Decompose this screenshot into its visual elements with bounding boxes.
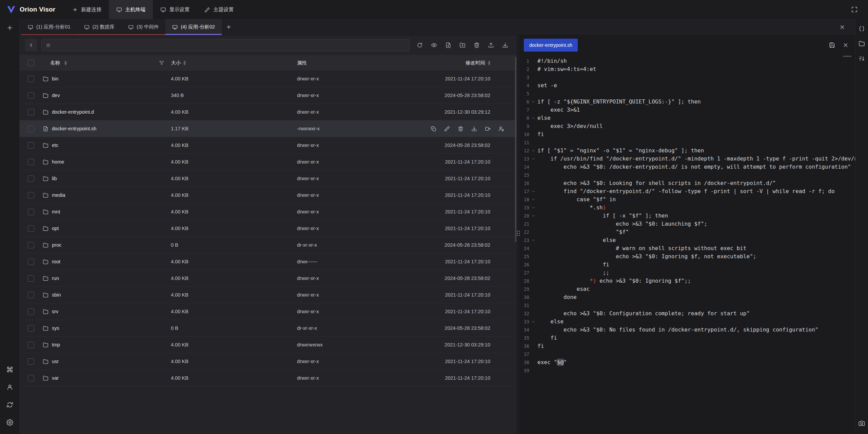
row-checkbox[interactable] [28,342,34,348]
sort-carets[interactable]: ▲▼ [64,60,67,65]
row-action-copy-button[interactable] [429,124,438,133]
file-row[interactable]: srv4.00 KBdrwxr-xr-x2021-11-24 17:20:10 [20,303,517,320]
file-row[interactable]: sbin4.00 KBdrwxr-xr-x2021-11-24 17:20:10 [20,287,517,303]
fold-chevron-icon[interactable] [531,320,535,324]
row-action-delete-button[interactable] [456,124,465,133]
row-checkbox[interactable] [28,308,34,315]
editor-scrollbar[interactable] [843,56,852,57]
file-row[interactable]: lib4.00 KBdrwxr-xr-x2021-11-24 17:20:10 [20,170,517,187]
save-button[interactable] [827,40,837,51]
file-row[interactable]: root4.00 KBdrwx------2021-11-24 17:20:10 [20,253,517,270]
file-row[interactable]: mnt4.00 KBdrwxr-xr-x2021-11-24 17:20:10 [20,204,517,220]
row-checkbox[interactable] [28,92,34,99]
row-checkbox[interactable] [28,242,34,248]
row-action-download-button[interactable] [470,124,478,133]
row-action-permission-button[interactable] [497,124,506,133]
user-button[interactable] [4,381,16,393]
sort-panel-button[interactable] [857,54,867,63]
snippets-button[interactable] [857,24,867,33]
fold-chevron-icon[interactable] [531,149,535,153]
command-palette-button[interactable] [4,363,16,376]
settings-button[interactable] [4,416,16,429]
file-row[interactable]: var4.00 KBdrwxr-xr-x2021-11-24 17:20:10 [20,370,517,386]
terminal-tab[interactable]: (4) 应用-分析02 [165,19,222,35]
sort-carets[interactable]: ▲▼ [183,60,186,65]
editor-file-tab[interactable]: docker-entrypoint.sh [524,39,578,52]
fold-chevron-icon[interactable] [531,116,535,120]
sort-carets[interactable]: ▲▼ [488,60,490,65]
new-terminal-button[interactable] [4,22,16,34]
file-row[interactable]: etc4.00 KBdrwxr-xr-x2024-05-28 23:58:02 [20,137,517,154]
column-header[interactable]: 大小▲▼ [170,60,296,66]
row-checkbox[interactable] [28,126,34,132]
file-row[interactable]: proc0 Bdr-xr-xr-x2024-05-28 23:58:02 [20,237,517,253]
download-button[interactable] [499,39,511,51]
menu-item[interactable]: 新建连接 [65,0,109,19]
row-checkbox[interactable] [28,209,34,215]
terminal-tab[interactable]: (2) 数据库 [77,19,121,35]
file-row[interactable]: usr4.00 KBdrwxr-xr-x2021-11-24 17:20:10 [20,353,517,370]
panel-splitter[interactable] [517,35,520,434]
row-checkbox[interactable] [28,259,34,265]
row-checkbox[interactable] [28,76,34,82]
back-button[interactable] [25,39,37,51]
menu-item[interactable]: 主题设置 [197,0,241,19]
terminal-tab[interactable]: (1) 应用-分析01 [21,19,77,35]
row-checkbox[interactable] [28,325,34,332]
column-header[interactable]: 修改时间▲▼ [423,60,517,66]
fold-chevron-icon[interactable] [531,214,535,218]
file-row[interactable]: home4.00 KBdrwxr-xr-x2021-11-24 17:20:10 [20,154,517,170]
file-row[interactable]: media4.00 KBdrwxr-xr-x2021-11-24 17:20:1… [20,187,517,204]
filter-funnel-icon[interactable] [159,60,164,65]
close-terminal-button[interactable] [835,19,850,35]
code-editor[interactable]: 1#!/bin/sh2# vim:sw=4:ts=4:et34set -e56i… [520,55,855,434]
row-checkbox[interactable] [28,159,34,165]
file-row[interactable]: opt4.00 KBdrwxr-xr-x2021-11-24 17:20:10 [20,220,517,237]
row-checkbox[interactable] [28,142,34,149]
new-file-button[interactable] [442,39,454,51]
row-action-edit-button[interactable] [442,124,451,133]
row-checkbox[interactable] [28,292,34,298]
brand[interactable]: Orion Visor [6,4,55,15]
upload-button[interactable] [485,39,497,51]
file-row[interactable]: dev340 Bdrwxr-xr-x2024-05-28 23:58:02 [20,87,517,104]
file-row[interactable]: docker-entrypoint.d4.00 KBdrwxr-xr-x2021… [20,104,517,120]
file-list-scrollbar[interactable] [515,57,516,242]
fold-chevron-icon[interactable] [531,157,535,161]
new-folder-button[interactable] [456,39,469,51]
fold-chevron-icon[interactable] [531,197,535,202]
column-header[interactable]: 属性 [296,60,423,66]
screenshot-button[interactable] [857,418,867,428]
fullscreen-button[interactable] [848,3,861,16]
file-row[interactable]: tmp4.00 KBdrwxrwxrwx2021-12-30 03:29:10 [20,337,517,353]
row-checkbox[interactable] [28,192,34,199]
row-checkbox[interactable] [28,175,34,182]
row-checkbox[interactable] [28,225,34,232]
file-row[interactable]: bin4.00 KBdrwxr-xr-x2021-11-24 17:20:10 [20,71,517,87]
fold-chevron-icon[interactable] [531,100,535,104]
row-checkbox[interactable] [28,375,34,381]
refresh-button[interactable] [414,39,426,51]
row-checkbox[interactable] [28,275,34,282]
fold-chevron-icon[interactable] [531,238,535,242]
sync-button[interactable] [4,399,16,411]
file-row[interactable]: run4.00 KBdrwxr-xr-x2024-05-28 23:58:02 [20,270,517,287]
row-checkbox[interactable] [28,358,34,365]
fold-chevron-icon[interactable] [531,189,535,193]
add-tab-button[interactable] [222,19,236,35]
file-row[interactable]: docker-entrypoint.sh1.17 KB-rwxrwxr-x [20,120,517,137]
delete-button[interactable] [471,39,483,51]
menu-item[interactable]: 显示设置 [153,0,197,19]
row-checkbox[interactable] [28,109,34,115]
column-header[interactable]: 名称▲▼ [41,60,170,66]
path-input[interactable] [54,42,405,48]
row-action-move-button[interactable] [483,124,492,133]
fold-chevron-icon[interactable] [531,206,535,210]
file-tree-button[interactable] [857,39,867,48]
terminal-tab[interactable]: (3) 中间件 [121,19,165,35]
preview-button[interactable] [428,39,440,51]
menu-item[interactable]: 主机终端 [109,0,153,19]
editor-close-button[interactable] [840,40,851,51]
select-all-checkbox[interactable] [28,60,34,66]
file-row[interactable]: sys0 Bdr-xr-xr-x2024-05-28 23:58:02 [20,320,517,337]
